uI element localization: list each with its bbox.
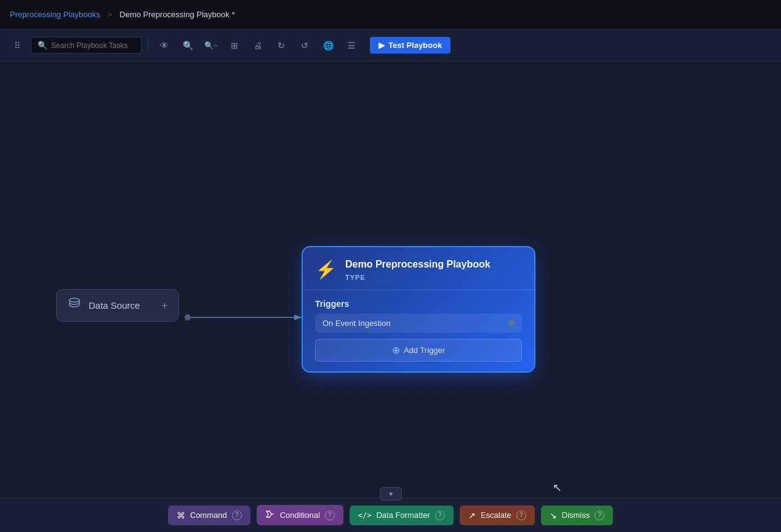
conditional-chip[interactable]: Conditional ? xyxy=(257,505,343,525)
undo-icon: ↺ xyxy=(301,41,308,50)
formatter-label: Data Formatter xyxy=(376,510,430,520)
command-help-icon[interactable]: ? xyxy=(232,510,242,520)
formatter-help-icon[interactable]: ? xyxy=(435,510,445,520)
command-chip[interactable]: ⌘ Command ? xyxy=(168,506,250,525)
eye-icon: 👁 xyxy=(160,41,169,50)
playbook-node-body: Triggers On Event Ingestion ⊕ Add Trigge… xyxy=(303,290,534,371)
conditional-help-icon[interactable]: ? xyxy=(325,510,335,520)
dismiss-help-icon[interactable]: ? xyxy=(595,510,604,520)
test-playbook-button[interactable]: ▶ Test Playbook xyxy=(370,37,451,54)
chevron-down-icon: ▾ xyxy=(389,490,393,498)
bottom-panel-toggle[interactable]: ▾ xyxy=(380,487,402,501)
eye-button[interactable]: 👁 xyxy=(154,36,174,55)
zoom-in-button[interactable]: 🔍 xyxy=(178,36,198,55)
zoom-in-icon: 🔍 xyxy=(183,41,193,50)
add-trigger-plus-icon: ⊕ xyxy=(392,344,400,356)
globe-button[interactable]: 🌐 xyxy=(318,36,338,55)
datasource-icon xyxy=(68,297,81,314)
search-container: 🔍 xyxy=(31,37,142,54)
playbook-title-block: Demo Preprocessing Playbook TYPE xyxy=(345,258,491,281)
grid-menu-button[interactable]: ⠿ xyxy=(7,36,27,55)
add-trigger-button[interactable]: ⊕ Add Trigger xyxy=(315,339,522,362)
command-label: Command xyxy=(190,510,227,520)
menu-lines-icon: ☰ xyxy=(348,41,356,50)
test-playbook-label: Test Playbook xyxy=(388,41,442,50)
playbook-node-header: ⚡ Demo Preprocessing Playbook TYPE xyxy=(303,247,534,290)
datasource-node[interactable]: Data Source + xyxy=(56,289,179,322)
datasource-label: Data Source xyxy=(89,300,154,311)
dismiss-chip[interactable]: ↘ Dismiss ? xyxy=(541,506,614,525)
playbook-title: Demo Preprocessing Playbook xyxy=(345,258,491,271)
conditional-icon xyxy=(265,510,275,520)
refresh-icon: ↻ xyxy=(278,41,285,50)
dismiss-icon: ↘ xyxy=(550,510,557,520)
command-icon: ⌘ xyxy=(177,510,185,520)
fit-button[interactable]: ⊞ xyxy=(225,36,244,55)
trigger-dot xyxy=(508,320,515,326)
play-icon: ▶ xyxy=(378,41,385,50)
dismiss-label: Dismiss xyxy=(562,510,590,520)
datasource-add-button[interactable]: + xyxy=(162,300,167,311)
current-page-title: Demo Preprocessing Playbook * xyxy=(119,10,234,19)
print-icon: 🖨 xyxy=(254,41,262,50)
escalate-icon: ↗ xyxy=(468,510,476,520)
search-icon: 🔍 xyxy=(38,41,47,50)
print-button[interactable]: 🖨 xyxy=(248,36,268,55)
menu-lines-button[interactable]: ☰ xyxy=(342,36,361,55)
connector-start-dot xyxy=(185,314,191,320)
canvas-area: Data Source + ⚡ Demo Preprocessing Playb… xyxy=(0,62,781,498)
nav-separator: > xyxy=(108,10,113,19)
refresh-button[interactable]: ↻ xyxy=(271,36,291,55)
escalate-help-icon[interactable]: ? xyxy=(516,510,526,520)
formatter-icon: </> xyxy=(358,511,372,520)
parent-nav-link[interactable]: Preprocessing Playbooks xyxy=(10,10,100,19)
undo-button[interactable]: ↺ xyxy=(295,36,314,55)
conditional-label: Conditional xyxy=(280,510,320,520)
bottom-panel: ▾ ⌘ Command ? Conditional ? </> Data For… xyxy=(0,498,781,532)
add-trigger-label: Add Trigger xyxy=(404,346,445,355)
escalate-chip[interactable]: ↗ Escalate ? xyxy=(460,506,535,525)
toolbar: ⠿ 🔍 👁 🔍 🔍− ⊞ 🖨 ↻ ↺ 🌐 ☰ ▶ Test Playbook xyxy=(0,30,781,62)
trigger-row[interactable]: On Event Ingestion xyxy=(315,314,522,333)
fit-icon: ⊞ xyxy=(231,41,238,50)
trigger-name: On Event Ingestion xyxy=(322,319,391,328)
toolbar-divider-1 xyxy=(148,38,148,53)
cursor-indicator: ↖ xyxy=(553,481,562,494)
svg-point-1 xyxy=(70,298,79,302)
data-formatter-chip[interactable]: </> Data Formatter ? xyxy=(350,506,454,525)
triggers-label: Triggers xyxy=(315,299,522,309)
top-navigation: Preprocessing Playbooks > Demo Preproces… xyxy=(0,0,781,30)
search-input[interactable] xyxy=(51,41,137,50)
zoom-out-icon: 🔍− xyxy=(204,41,218,50)
escalate-label: Escalate xyxy=(481,510,511,520)
playbook-node: ⚡ Demo Preprocessing Playbook TYPE Trigg… xyxy=(302,246,535,373)
playbook-type-label: TYPE xyxy=(345,274,491,281)
zoom-out-button[interactable]: 🔍− xyxy=(201,36,221,55)
lightning-icon: ⚡ xyxy=(315,260,337,280)
globe-icon: 🌐 xyxy=(323,41,334,50)
